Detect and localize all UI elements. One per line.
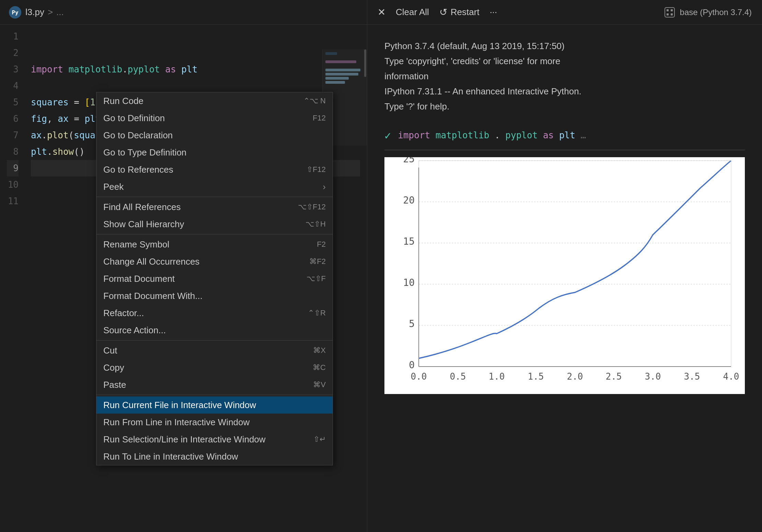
close-icon: ✕ — [378, 7, 385, 18]
svg-text:25: 25 — [403, 157, 415, 165]
separator-2 — [96, 234, 333, 234]
restart-label: Restart — [451, 7, 480, 18]
restart-button[interactable]: ↺ Restart — [439, 7, 480, 18]
menu-rename-symbol[interactable]: Rename Symbol F2 — [96, 236, 333, 253]
menu-find-all-references[interactable]: Find All References ⌥⇧F12 — [96, 198, 333, 216]
menu-format-document-with[interactable]: Format Document With... — [96, 287, 333, 304]
svg-text:2.0: 2.0 — [567, 371, 583, 382]
interactive-content: Python 3.7.4 (default, Aug 13 2019, 15:1… — [367, 25, 762, 532]
code-line-3: import matplotlib.pyplot as plt — [31, 61, 360, 78]
kernel-icon — [663, 6, 676, 19]
menu-run-selection[interactable]: Run Selection/Line in Interactive Window… — [96, 431, 333, 448]
close-button[interactable]: ✕ — [378, 7, 385, 18]
editor-panel: Py l3.py > ... 1 2 3 4 5 6 7 8 9 10 11 i… — [0, 0, 367, 532]
menu-source-action[interactable]: Source Action... — [96, 322, 333, 339]
svg-rect-2 — [665, 8, 674, 17]
menu-go-to-references[interactable]: Go to References ⇧F12 — [96, 161, 333, 178]
more-button[interactable]: ··· — [490, 7, 497, 18]
menu-run-to-line[interactable]: Run To Line in Interactive Window — [96, 448, 333, 465]
svg-text:Py: Py — [12, 9, 19, 16]
svg-text:5: 5 — [409, 318, 415, 329]
interactive-panel: ✕ Clear All ↺ Restart ··· base (Python 3… — [367, 0, 762, 532]
svg-text:4.0: 4.0 — [723, 371, 739, 382]
startup-text: Python 3.7.4 (default, Aug 13 2019, 15:1… — [384, 38, 745, 114]
menu-refactor[interactable]: Refactor... ⌃⇧R — [96, 304, 333, 322]
menu-go-to-declaration[interactable]: Go to Declaration — [96, 127, 333, 144]
cell-checkmark-icon: ✓ — [384, 129, 391, 142]
menu-peek[interactable]: Peek › — [96, 178, 333, 195]
menu-copy[interactable]: Copy ⌘C — [96, 359, 333, 376]
separator-4 — [96, 395, 333, 395]
code-line-2 — [31, 45, 360, 61]
menu-go-to-type-definition[interactable]: Go to Type Definition — [96, 144, 333, 161]
menu-show-call-hierarchy[interactable]: Show Call Hierarchy ⌥⇧H — [96, 216, 333, 233]
plot-container: 0 5 10 15 20 25 0.0 0.5 1.0 1.5 2.0 2.5 … — [384, 157, 745, 394]
clear-all-button[interactable]: Clear All — [396, 7, 429, 18]
clear-all-label: Clear All — [396, 7, 429, 18]
menu-run-code[interactable]: Run Code ⌃⌥ N — [96, 92, 333, 109]
python-icon: Py — [8, 5, 22, 19]
line-numbers: 1 2 3 4 5 6 7 8 9 10 11 — [0, 28, 24, 532]
breadcrumb-separator: > — [48, 7, 53, 18]
cell-input: ✓ import matplotlib . pyplot as plt … — [384, 128, 745, 150]
menu-paste[interactable]: Paste ⌘V — [96, 376, 333, 393]
svg-text:1.0: 1.0 — [489, 371, 505, 382]
context-menu[interactable]: Run Code ⌃⌥ N Go to Definition F12 Go to… — [96, 92, 333, 465]
svg-text:2.5: 2.5 — [606, 371, 622, 382]
svg-rect-7 — [384, 157, 745, 394]
svg-text:0.0: 0.0 — [411, 371, 427, 382]
cell-code: import matplotlib . pyplot as plt … — [398, 128, 586, 143]
svg-text:10: 10 — [403, 277, 415, 288]
breadcrumb-dots: ... — [56, 7, 64, 18]
code-line-4 — [31, 78, 360, 94]
separator-3 — [96, 340, 333, 340]
svg-rect-3 — [667, 9, 669, 11]
svg-rect-6 — [671, 13, 673, 15]
svg-text:20: 20 — [403, 195, 415, 206]
menu-go-to-definition[interactable]: Go to Definition F12 — [96, 109, 333, 127]
plot-chart: 0 5 10 15 20 25 0.0 0.5 1.0 1.5 2.0 2.5 … — [384, 157, 745, 394]
svg-text:3.5: 3.5 — [684, 371, 700, 382]
restart-icon: ↺ — [439, 7, 447, 18]
svg-text:3.0: 3.0 — [645, 371, 661, 382]
svg-text:15: 15 — [403, 236, 415, 247]
kernel-label: base (Python 3.7.4) — [680, 8, 752, 17]
menu-run-current-file[interactable]: Run Current File in Interactive Window — [96, 396, 333, 414]
minimap-scrollbar[interactable] — [364, 49, 366, 77]
more-icon: ··· — [490, 7, 497, 18]
breadcrumb-filename: l3.py — [25, 7, 44, 18]
svg-text:0: 0 — [409, 359, 415, 371]
code-line-1 — [31, 28, 360, 45]
svg-text:1.5: 1.5 — [528, 371, 544, 382]
kernel-info: base (Python 3.7.4) — [663, 6, 752, 19]
menu-format-document[interactable]: Format Document ⌥⇧F — [96, 270, 333, 287]
menu-run-from-line[interactable]: Run From Line in Interactive Window — [96, 414, 333, 431]
interactive-toolbar: ✕ Clear All ↺ Restart ··· base (Python 3… — [367, 0, 762, 25]
menu-change-all-occurrences[interactable]: Change All Occurrences ⌘F2 — [96, 253, 333, 270]
separator-1 — [96, 197, 333, 197]
cell-block: ✓ import matplotlib . pyplot as plt … — [384, 128, 745, 394]
svg-rect-5 — [667, 13, 669, 15]
peek-arrow: › — [323, 182, 326, 192]
svg-text:0.5: 0.5 — [450, 371, 466, 382]
svg-rect-4 — [671, 9, 673, 11]
breadcrumb: Py l3.py > ... — [0, 0, 367, 25]
menu-cut[interactable]: Cut ⌘X — [96, 342, 333, 359]
